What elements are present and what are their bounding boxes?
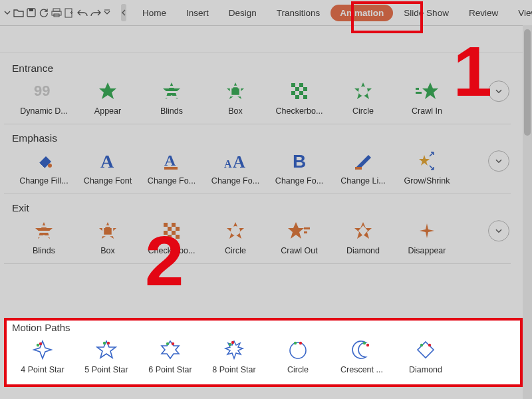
entrance-appear[interactable]: Appear	[76, 76, 140, 116]
svg-rect-19	[299, 91, 303, 95]
entrance-dynamic[interactable]: 99Dynamic D...	[12, 76, 76, 116]
emphasis-fontstyle[interactable]: BChange Fo...	[267, 146, 331, 186]
brush-icon	[350, 148, 376, 174]
checker-icon	[287, 78, 312, 104]
crawl-icon	[287, 218, 312, 243]
svg-text:B: B	[293, 151, 306, 171]
dropdown-icon[interactable]	[4, 5, 11, 20]
motion-8pt[interactable]: 8 Point Star	[202, 334, 266, 374]
svg-rect-11	[162, 96, 182, 98]
scrollbar-thumb[interactable]	[524, 29, 531, 136]
svg-point-65	[166, 342, 169, 345]
tab-transitions[interactable]: Transitions	[267, 3, 330, 23]
motion-5pt[interactable]: 5 Point Star	[74, 334, 138, 374]
motion-circle[interactable]: Circle	[266, 334, 330, 374]
svg-marker-61	[97, 341, 116, 358]
undo-icon[interactable]	[77, 5, 88, 20]
emphasis-grow[interactable]: Grow/Shrink	[395, 146, 459, 186]
tab-view[interactable]: View	[509, 3, 532, 23]
svg-point-71	[294, 342, 297, 344]
fontsize-icon: AA	[223, 148, 248, 174]
svg-rect-54	[304, 231, 307, 233]
label: Box	[77, 246, 138, 255]
svg-rect-39	[34, 235, 54, 237]
label: Grow/Shrink	[396, 176, 458, 186]
entrance-checker[interactable]: Checkerbo...	[267, 76, 331, 116]
tab-home[interactable]: Home	[133, 3, 176, 23]
section-emphasis: Emphasis Change Fill... AChange Font ACh…	[4, 124, 523, 194]
fontcolor-icon: A	[159, 148, 184, 174]
label: Circle	[332, 106, 394, 116]
label: Circle	[205, 246, 266, 255]
redo-icon[interactable]	[90, 5, 101, 20]
expand-emphasis[interactable]	[488, 150, 509, 172]
label: Box	[205, 106, 266, 116]
entrance-box[interactable]: Box	[203, 76, 267, 116]
open-icon[interactable]	[13, 5, 24, 20]
entrance-circle[interactable]: Circle	[331, 76, 395, 116]
svg-point-27	[48, 164, 52, 168]
svg-rect-20	[295, 95, 299, 99]
svg-rect-26	[416, 92, 422, 94]
motion-crescent[interactable]: Crescent ...	[330, 334, 394, 374]
motion-diamond[interactable]: Diamond	[394, 334, 458, 374]
exit-row: Blinds Box Checkerbo... Circle Crawl Out…	[12, 215, 517, 255]
exit-crawlout[interactable]: Crawl Out	[267, 215, 331, 255]
motion-6pt[interactable]: 6 Point Star	[138, 334, 202, 374]
svg-rect-37	[34, 225, 54, 227]
emphasis-line[interactable]: Change Li...	[331, 146, 395, 186]
emphasis-fontcolor[interactable]: AChange Fo...	[140, 146, 203, 186]
entrance-crawlin[interactable]: Crawl In	[395, 76, 459, 116]
more-icon[interactable]	[104, 5, 110, 20]
entrance-blinds[interactable]: Blinds	[140, 76, 203, 116]
scrollbar[interactable]	[523, 25, 532, 399]
entrance-row: 99Dynamic D... Appear Blinds Box Checker…	[12, 76, 517, 116]
annotation-number-1: 1	[454, 32, 492, 112]
label: Diamond	[395, 365, 456, 374]
exit-box[interactable]: Box	[76, 215, 140, 255]
tab-insert[interactable]: Insert	[177, 3, 218, 23]
svg-point-59	[37, 344, 39, 346]
label: Diamond	[332, 246, 394, 255]
label: Dynamic D...	[13, 106, 74, 116]
svg-rect-2	[53, 9, 60, 11]
save-icon[interactable]	[27, 5, 36, 20]
crescent-icon	[349, 337, 374, 362]
label: Change Fill...	[13, 176, 74, 186]
label: Change Font	[77, 176, 138, 186]
label: Change Li...	[332, 176, 394, 186]
expand-exit[interactable]	[488, 220, 509, 241]
tab-design[interactable]: Design	[219, 3, 266, 23]
fill-icon	[31, 148, 57, 174]
svg-rect-53	[304, 227, 310, 229]
scroll-left-icon[interactable]	[121, 4, 126, 21]
tab-slideshow[interactable]: Slide Show	[394, 3, 458, 23]
emphasis-fill[interactable]: Change Fill...	[12, 146, 76, 186]
diamond-path-icon	[413, 337, 438, 362]
label: Crawl Out	[269, 246, 330, 255]
svg-point-74	[366, 344, 369, 346]
svg-point-73	[363, 342, 366, 344]
exit-disappear[interactable]: Disappear	[395, 215, 459, 255]
label: Change Fo...	[269, 176, 330, 186]
diamond-icon	[350, 218, 376, 243]
section-title: Emphasis	[12, 132, 517, 144]
motion-4pt[interactable]: 4 Point Star	[11, 334, 74, 374]
tab-review[interactable]: Review	[460, 3, 507, 23]
svg-rect-18	[291, 91, 295, 95]
print-icon[interactable]	[51, 5, 62, 20]
export-icon[interactable]	[65, 5, 74, 20]
svg-point-68	[229, 343, 231, 346]
refresh-icon[interactable]	[39, 5, 49, 20]
exit-circle[interactable]: Circle	[203, 215, 267, 255]
svg-point-66	[172, 342, 174, 345]
section-exit: Exit Blinds Box Checkerbo... Circle Craw…	[4, 194, 523, 263]
emphasis-font[interactable]: AChange Font	[76, 146, 140, 186]
svg-point-70	[290, 342, 306, 358]
emphasis-fontsize[interactable]: AAChange Fo...	[203, 146, 267, 186]
exit-diamond[interactable]: Diamond	[331, 215, 395, 255]
4pt-star-icon	[30, 337, 55, 362]
exit-blinds[interactable]: Blinds	[12, 215, 76, 255]
tab-animation[interactable]: Animation	[331, 5, 393, 21]
svg-marker-52	[288, 222, 304, 239]
